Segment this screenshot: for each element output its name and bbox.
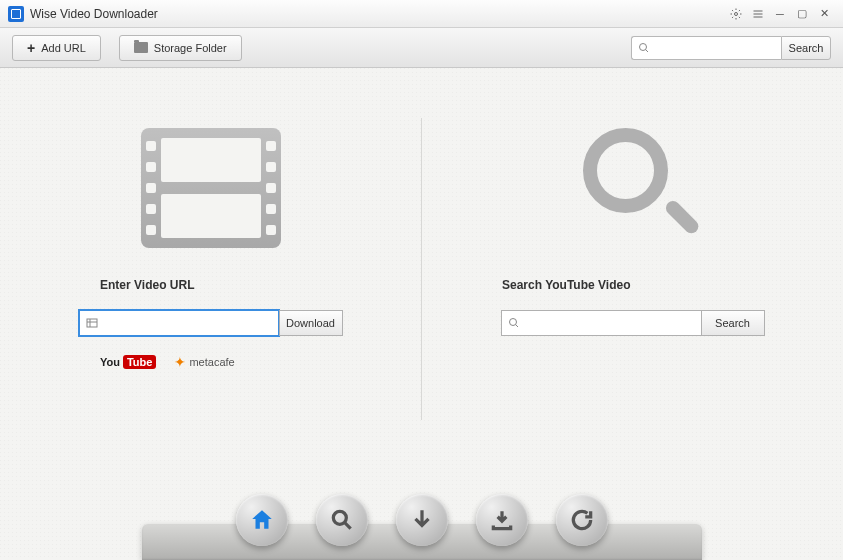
svg-point-4 [333,511,346,524]
search-section-label: Search YouTube Video [502,278,630,292]
storage-folder-label: Storage Folder [154,42,227,54]
close-button[interactable]: ✕ [813,5,835,23]
metacafe-label: metacafe [189,356,234,368]
youtube-search-input[interactable] [501,310,701,336]
metacafe-logo: ✦ metacafe [174,354,234,370]
settings-icon[interactable] [725,5,747,23]
dock-home-button[interactable] [236,494,288,546]
dock-search-button[interactable] [316,494,368,546]
download-tray-icon [489,507,515,533]
filmstrip-icon [141,128,281,248]
metacafe-star-icon: ✦ [174,354,186,370]
dock-download-button[interactable] [396,494,448,546]
magnifier-icon [573,128,693,248]
search-input-row: Search [501,310,765,336]
title-bar: Wise Video Downloader ─ ▢ ✕ [0,0,843,28]
main-content: Enter Video URL Download YouTube ✦ metac… [0,68,843,560]
window-controls: ─ ▢ ✕ [725,5,835,23]
storage-folder-button[interactable]: Storage Folder [119,35,242,61]
dock-items [236,494,608,546]
youtube-logo: YouTube [100,355,156,369]
home-icon [249,507,275,533]
url-input-row: Download [79,310,343,336]
video-url-input[interactable] [79,310,279,336]
app-icon [8,6,24,22]
refresh-icon [569,507,595,533]
svg-point-0 [735,12,738,15]
maximize-button[interactable]: ▢ [791,5,813,23]
app-title: Wise Video Downloader [30,7,725,21]
folder-icon [134,42,148,53]
download-arrow-icon [409,507,435,533]
url-section-label: Enter Video URL [100,278,194,292]
minimize-button[interactable]: ─ [769,5,791,23]
bottom-dock [0,470,843,560]
dock-downloads-button[interactable] [476,494,528,546]
toolbar-search: Search [631,36,831,60]
svg-line-5 [344,523,350,529]
add-url-label: Add URL [41,42,86,54]
search-icon [329,507,355,533]
download-button[interactable]: Download [279,310,343,336]
toolbar-search-button[interactable]: Search [781,36,831,60]
youtube-tube: Tube [123,355,156,369]
toolbar: + Add URL Storage Folder Search [0,28,843,68]
provider-logos: YouTube ✦ metacafe [100,354,235,370]
youtube-search-button[interactable]: Search [701,310,765,336]
toolbar-search-input[interactable] [631,36,781,60]
dock-refresh-button[interactable] [556,494,608,546]
add-url-button[interactable]: + Add URL [12,35,101,61]
youtube-you: You [100,356,120,368]
plus-icon: + [27,41,35,55]
menu-icon[interactable] [747,5,769,23]
